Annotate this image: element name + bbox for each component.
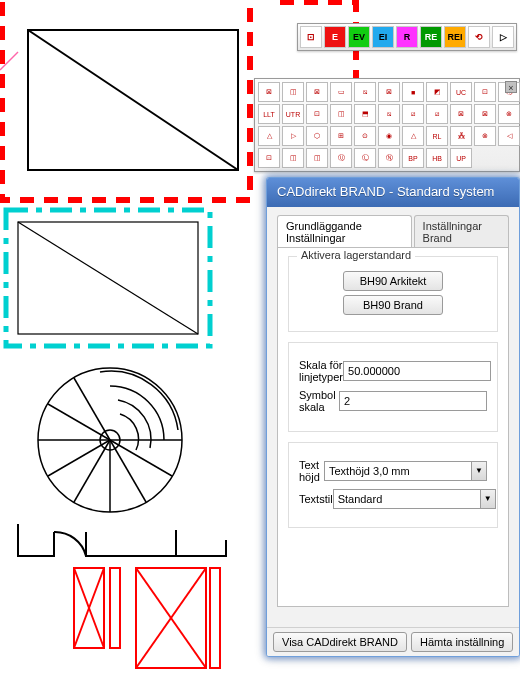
group-text: Text höjd ▼ Textstil ▼ <box>288 442 498 528</box>
bh90-arkitekt-button[interactable]: BH90 Arkitekt <box>343 271 443 291</box>
palette-symbol[interactable]: ⊡ <box>474 82 496 102</box>
palette-symbol[interactable]: ▭ <box>330 82 352 102</box>
palette-symbol[interactable]: ■ <box>402 82 424 102</box>
toolbar-button[interactable]: EV <box>348 26 370 48</box>
svg-rect-20 <box>110 568 120 648</box>
svg-line-8 <box>110 440 172 476</box>
palette-symbol[interactable]: LLT <box>258 104 280 124</box>
palette-symbol[interactable]: ⧅ <box>378 104 400 124</box>
palette-symbol[interactable]: ⊠ <box>474 104 496 124</box>
svg-line-11 <box>74 440 110 502</box>
palette-symbol[interactable]: ⊠ <box>378 82 400 102</box>
palette-symbol[interactable]: ⊗ <box>474 126 496 146</box>
symbol-scale-label: Symbol skala <box>299 389 339 413</box>
palette-symbol[interactable]: ◫ <box>330 104 352 124</box>
palette-symbol[interactable]: ⬡ <box>306 126 328 146</box>
palette-symbol[interactable]: ⊠ <box>450 104 472 124</box>
palette-symbol[interactable]: ⧄ <box>426 104 448 124</box>
palette-symbol[interactable]: ◫ <box>282 82 304 102</box>
group-layer-standard: Aktivera lagerstandard BH90 Arkitekt BH9… <box>288 256 498 332</box>
color-toolbar: ⊡EEVEIRREREI⟲▷ <box>297 23 517 51</box>
palette-symbol[interactable]: ⬒ <box>354 104 376 124</box>
group-title: Aktivera lagerstandard <box>297 249 415 261</box>
palette-symbol[interactable]: UP <box>450 148 472 168</box>
palette-symbol[interactable]: BP <box>402 148 424 168</box>
tab-panel-basic: Aktivera lagerstandard BH90 Arkitekt BH9… <box>277 247 509 607</box>
symbol-scale-input[interactable] <box>339 391 487 411</box>
palette-symbol[interactable]: ◫ <box>306 148 328 168</box>
text-height-label: Text höjd <box>299 459 324 483</box>
palette-symbol[interactable]: △ <box>258 126 280 146</box>
palette-symbol[interactable]: ⊙ <box>354 126 376 146</box>
palette-symbol[interactable]: UTR <box>282 104 304 124</box>
palette-symbol[interactable]: ⊗ <box>498 104 520 124</box>
palette-symbol[interactable]: Ⓛ <box>354 148 376 168</box>
line-scale-label: Skala för linjetyper <box>299 359 343 383</box>
group-scale: Skala för linjetyper Symbol skala <box>288 342 498 432</box>
symbol-palette: × ⊠◫⊠▭⧅⊠■◩UC⊡ⓘLLTUTR⊡◫⬒⧅⧄⧄⊠⊠⊗△▷⬡⊞⊙◉△RL⁂⊗… <box>254 78 520 172</box>
palette-symbol[interactable]: ◁ <box>498 126 520 146</box>
text-style-select[interactable] <box>333 489 480 509</box>
palette-symbol[interactable]: ⊠ <box>258 82 280 102</box>
tab-basic[interactable]: Grundläggande Inställningar <box>277 215 412 248</box>
toolbar-button[interactable]: ⊡ <box>300 26 322 48</box>
toolbar-button[interactable]: EI <box>372 26 394 48</box>
palette-symbol[interactable]: Ⓝ <box>378 148 400 168</box>
palette-symbol[interactable]: ⧄ <box>402 104 424 124</box>
palette-symbol[interactable]: ◫ <box>282 148 304 168</box>
palette-symbol[interactable]: ⁂ <box>450 126 472 146</box>
toolbar-button[interactable]: E <box>324 26 346 48</box>
svg-line-15 <box>74 378 110 440</box>
tab-brand[interactable]: Inställningar Brand <box>414 215 509 248</box>
palette-symbol[interactable]: ▷ <box>282 126 304 146</box>
toolbar-button[interactable]: ▷ <box>492 26 514 48</box>
svg-line-12 <box>48 440 110 476</box>
palette-symbol[interactable]: ⊡ <box>258 148 280 168</box>
toolbar-button[interactable]: ⟲ <box>468 26 490 48</box>
chevron-down-icon[interactable]: ▼ <box>471 461 487 481</box>
palette-symbol[interactable]: ⧅ <box>354 82 376 102</box>
toolbar-button[interactable]: REI <box>444 26 466 48</box>
settings-dialog: CADdirekt BRAND - Standard system Grundl… <box>266 177 520 657</box>
dialog-footer: Visa CADdirekt BRAND Hämta inställning <box>267 627 519 656</box>
palette-close-icon[interactable]: × <box>505 81 517 93</box>
show-caddirekt-button[interactable]: Visa CADdirekt BRAND <box>273 632 407 652</box>
text-style-label: Textstil <box>299 493 333 505</box>
chevron-down-icon[interactable]: ▼ <box>480 489 496 509</box>
palette-symbol[interactable]: ⊞ <box>330 126 352 146</box>
svg-line-4 <box>18 222 198 334</box>
palette-symbol[interactable]: ⊡ <box>306 104 328 124</box>
svg-line-1 <box>28 30 238 170</box>
svg-line-9 <box>110 440 146 502</box>
toolbar-button[interactable]: RE <box>420 26 442 48</box>
palette-symbol[interactable]: ⊠ <box>306 82 328 102</box>
palette-symbol[interactable]: UC <box>450 82 472 102</box>
palette-symbol[interactable]: Ⓤ <box>330 148 352 168</box>
svg-rect-24 <box>210 568 220 668</box>
dialog-title: CADdirekt BRAND - Standard system <box>267 178 519 207</box>
tab-bar: Grundläggande Inställningar Inställninga… <box>277 215 509 248</box>
text-height-select[interactable] <box>324 461 471 481</box>
palette-symbol[interactable]: ◩ <box>426 82 448 102</box>
fetch-settings-button[interactable]: Hämta inställning <box>411 632 513 652</box>
bh90-brand-button[interactable]: BH90 Brand <box>343 295 443 315</box>
palette-symbol[interactable]: ◉ <box>378 126 400 146</box>
palette-symbol[interactable]: HB <box>426 148 448 168</box>
line-scale-input[interactable] <box>343 361 491 381</box>
svg-line-14 <box>48 404 110 440</box>
palette-symbol[interactable]: RL <box>426 126 448 146</box>
palette-symbol[interactable]: △ <box>402 126 424 146</box>
toolbar-button[interactable]: R <box>396 26 418 48</box>
